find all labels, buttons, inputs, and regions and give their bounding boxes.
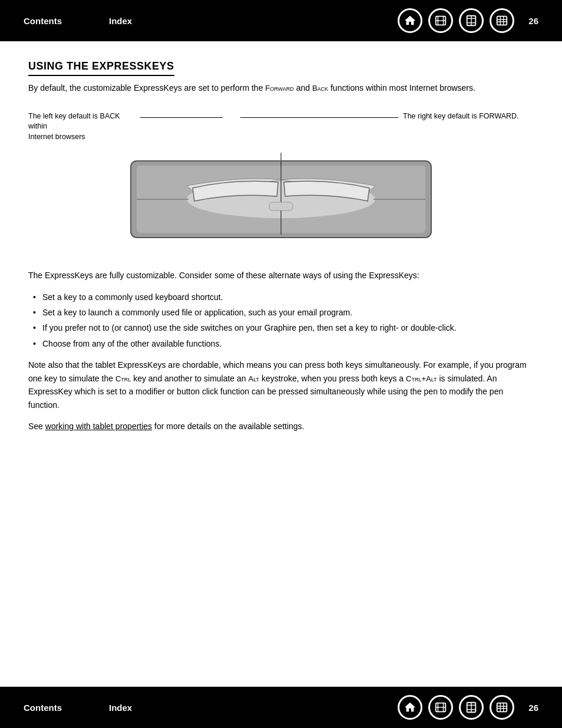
body-text-1: The ExpressKeys are fully customizable. … (28, 269, 534, 282)
header-bar: Contents Index (0, 0, 562, 41)
svg-rect-18 (269, 202, 293, 210)
home-icon[interactable] (398, 8, 422, 33)
back-word: Back (312, 84, 328, 93)
footer-contents-link[interactable]: Contents (24, 703, 62, 713)
bullet-item-2: Set a key to launch a commonly used file… (28, 306, 534, 319)
footer-bar: Contents Index (0, 687, 562, 728)
bullet-item-1: Set a key to a commonly used keyboard sh… (28, 291, 534, 304)
forward-word: Forward (265, 84, 293, 93)
working-with-tablet-link[interactable]: working with tablet properties (45, 421, 152, 431)
header-nav-left: Contents Index (24, 16, 132, 26)
footer-index-link[interactable]: Index (109, 703, 132, 713)
section-title: USING THE EXPRESSKEYS (28, 60, 174, 76)
footer-tablet-icon-3[interactable] (490, 695, 514, 720)
tablet-diagram-svg (125, 143, 437, 252)
footer-nav-icons: 26 (398, 695, 538, 720)
page-wrapper: Contents Index (0, 0, 562, 728)
index-link[interactable]: Index (109, 16, 132, 26)
footer-nav-left: Contents Index (24, 703, 132, 713)
note-text: Note also that the tablet ExpressKeys ar… (28, 358, 534, 411)
bullet-list: Set a key to a commonly used keyboard sh… (28, 291, 534, 351)
footer-tablet-icon-2[interactable] (459, 695, 484, 720)
bullet-item-4: Choose from any of the other available f… (28, 337, 534, 350)
tablet-icon-3[interactable] (490, 8, 514, 33)
bullet-item-3: If you prefer not to (or cannot) use the… (28, 321, 534, 334)
footer-page-number: 26 (528, 703, 538, 713)
see-text: See working with tablet properties for m… (28, 420, 534, 433)
footer-home-icon[interactable] (398, 695, 422, 720)
contents-link[interactable]: Contents (24, 16, 62, 26)
label-left: The left key default is BACK withinInter… (28, 111, 140, 143)
label-right: The right key default is FORWARD. (398, 111, 534, 122)
svg-rect-8 (497, 17, 507, 25)
header-page-number: 26 (528, 16, 538, 26)
svg-rect-30 (497, 703, 507, 712)
tablet-icon-1[interactable] (428, 8, 453, 33)
tablet-icon-2[interactable] (459, 8, 484, 33)
intro-text: By default, the customizable ExpressKeys… (28, 82, 534, 95)
header-nav-icons: 26 (398, 8, 538, 33)
main-content: USING THE EXPRESSKEYS By default, the cu… (0, 41, 562, 465)
footer-tablet-icon-1[interactable] (428, 695, 453, 720)
diagram-container: The left key default is BACK withinInter… (28, 111, 534, 253)
